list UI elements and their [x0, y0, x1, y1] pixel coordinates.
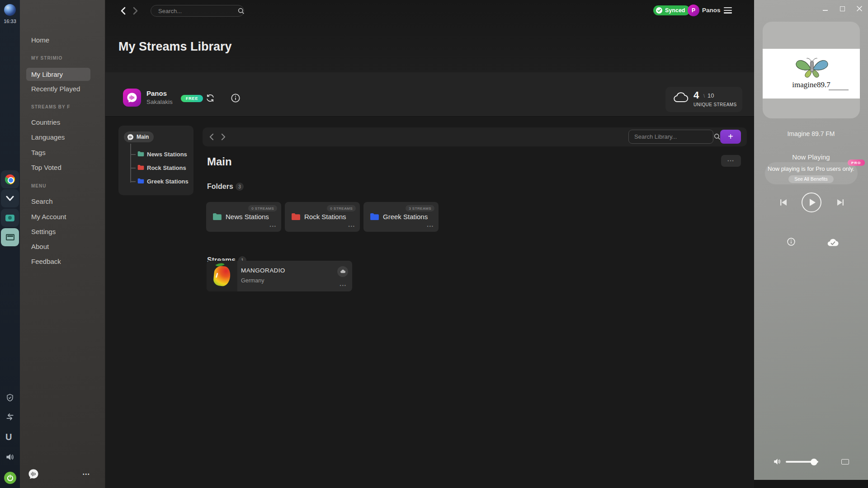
sidebar-item-languages[interactable]: Languages [26, 131, 90, 144]
tree-root-main[interactable]: Main [124, 131, 154, 142]
profile-strip [105, 72, 754, 117]
sidebar-item-search[interactable]: Search [26, 195, 90, 208]
sidebar-more-button[interactable]: ••• [83, 472, 90, 477]
streams-quota-card: 4 \ 10 UNIQUE STREAMS [665, 87, 742, 112]
see-all-benefits-button[interactable]: See All Benefits [788, 175, 834, 183]
folder-icon [212, 213, 222, 221]
folder-card-name: Greek Stations [383, 213, 428, 221]
info-icon[interactable] [231, 93, 241, 103]
firefox-icon[interactable] [4, 4, 16, 16]
stream-name: MANGORADIO [241, 267, 285, 274]
desktop: 16:33 U Home MY STRIMIO My Library Recen… [0, 0, 868, 488]
strimio-logo-icon[interactable] [28, 469, 39, 479]
stream-more[interactable]: ••• [340, 283, 347, 288]
next-track-icon[interactable] [837, 199, 844, 206]
shield-check-icon[interactable] [6, 394, 14, 402]
tree-trunk-line [130, 144, 131, 183]
station-name: Imagine 89.7 FM [754, 130, 868, 137]
stream-cloud-icon[interactable] [337, 266, 348, 277]
streams-used: 4 [693, 89, 699, 101]
profile-avatar[interactable] [123, 89, 141, 107]
pro-message: Now playing is for Pro users only. [754, 165, 868, 172]
global-search [151, 5, 244, 17]
synced-badge[interactable]: Synced [653, 5, 690, 15]
folder-card-name: Rock Stations [304, 213, 346, 221]
minimize-button[interactable] [821, 5, 829, 13]
station-logo: imagine89.7 [763, 49, 860, 99]
search-icon [238, 8, 245, 14]
folder-card-more[interactable]: ••• [427, 224, 434, 229]
quota-separator: \ [703, 93, 705, 99]
library-search-input[interactable] [629, 133, 714, 140]
folder-card-rock-stations[interactable]: 0 STREAMS Rock Stations ••• [285, 202, 360, 232]
previous-track-icon[interactable] [780, 199, 787, 206]
u-app-icon[interactable]: U [5, 432, 12, 442]
chrome-icon[interactable] [1, 170, 19, 188]
back-button[interactable] [118, 5, 128, 16]
user-name: Panos [702, 7, 721, 14]
library-heading: Main [207, 155, 232, 168]
folder-card-badge: 3 STREAMS [406, 205, 434, 211]
chevron-app-icon[interactable] [1, 189, 19, 207]
player-cloud-check-icon[interactable] [827, 238, 839, 247]
folder-card-name: News Stations [226, 213, 269, 221]
mini-player-icon[interactable] [841, 459, 849, 465]
tree-item-news-stations[interactable]: News Stations [147, 151, 187, 158]
sidebar-item-about[interactable]: About [26, 240, 90, 253]
sidebar-item-feedback[interactable]: Feedback [26, 255, 90, 268]
sidebar-item-top-voted[interactable]: Top Voted [26, 161, 90, 174]
folder-card-news-stations[interactable]: 0 STREAMS News Stations ••• [206, 202, 281, 232]
player-info-icon[interactable] [787, 237, 796, 246]
folder-tree-panel: Main News Stations Rock Stations Greek S… [118, 126, 193, 195]
tree-item-greek-stations[interactable]: Greek Stations [147, 178, 189, 185]
stream-country: Germany [241, 277, 264, 284]
page-title: My Streams Library [118, 40, 232, 54]
profile-first-name: Panos [146, 89, 167, 97]
active-window-icon[interactable] [1, 228, 19, 246]
profile-last-name: Sakalakis [146, 99, 173, 105]
folder-icon-rock [137, 164, 144, 170]
forward-button[interactable] [130, 5, 141, 16]
sidebar-item-settings[interactable]: Settings [26, 225, 90, 238]
sidebar-item-my-library[interactable]: My Library [26, 68, 90, 81]
sidebar-section-my-strimio: MY STRIMIO [31, 56, 62, 61]
library-forward-button[interactable] [218, 131, 229, 142]
volume-icon[interactable] [773, 458, 781, 465]
sidebar-item-recently-played[interactable]: Recently Played [26, 82, 90, 95]
station-logo-tagline [829, 89, 849, 90]
folder-icon [370, 213, 379, 221]
folder-card-greek-stations[interactable]: 3 STREAMS Greek Stations ••• [363, 202, 439, 232]
library-back-button[interactable] [206, 131, 217, 142]
refresh-icon[interactable] [206, 94, 215, 103]
maximize-button[interactable] [838, 5, 846, 13]
media-app-icon[interactable] [1, 209, 19, 227]
library-more-button[interactable]: ••• [721, 155, 741, 167]
folder-card-more[interactable]: ••• [270, 224, 277, 229]
user-avatar[interactable]: P [688, 5, 699, 16]
sidebar-item-my-account[interactable]: My Account [26, 210, 90, 223]
add-button[interactable]: + [720, 130, 741, 144]
folders-section-label: Folders [207, 183, 233, 191]
sidebar-section-menu: MENU [31, 183, 46, 188]
sidebar-item-countries[interactable]: Countries [26, 116, 90, 129]
folder-icon [291, 213, 301, 221]
global-search-input[interactable] [151, 8, 238, 14]
menu-hamburger-icon[interactable] [724, 7, 732, 14]
close-button[interactable] [855, 5, 863, 13]
mango-logo [213, 265, 231, 287]
cloud-icon [673, 92, 689, 104]
dock-speaker-icon[interactable] [5, 453, 14, 461]
volume-knob[interactable] [811, 459, 817, 465]
sidebar-section-streams-by: STREAMS BY F [31, 104, 70, 109]
power-icon[interactable] [4, 472, 16, 484]
folders-count-badge: 3 [236, 183, 244, 191]
play-button[interactable] [802, 192, 821, 212]
stream-card-mangoradio[interactable]: MANGORADIO Germany ••• [207, 261, 352, 291]
sync-arrows-icon[interactable] [5, 413, 14, 421]
dock-clock: 16:33 [0, 19, 20, 24]
sidebar-item-home[interactable]: Home [26, 33, 90, 47]
station-artwork-card: imagine89.7 [763, 22, 860, 118]
folder-card-more[interactable]: ••• [349, 224, 355, 229]
sidebar-item-tags[interactable]: Tags [26, 146, 90, 159]
tree-item-rock-stations[interactable]: Rock Stations [147, 164, 186, 171]
